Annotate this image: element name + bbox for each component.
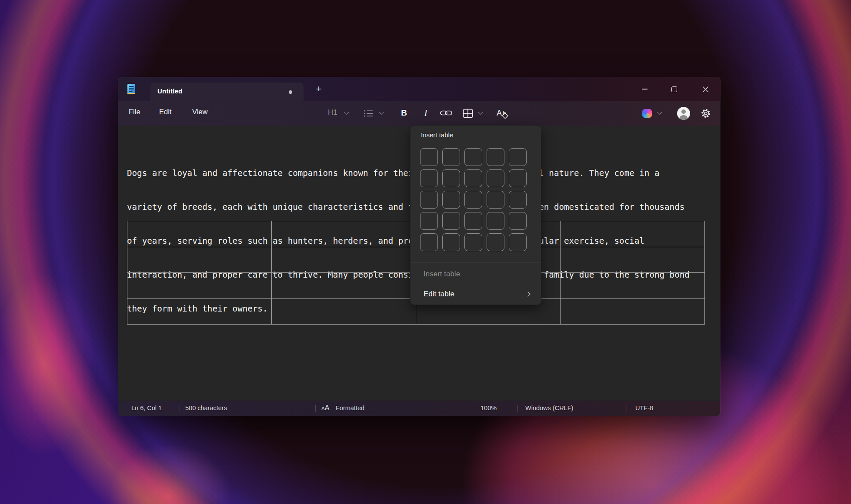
minimize-icon xyxy=(642,89,647,89)
table-size-cell[interactable] xyxy=(420,169,438,187)
italic-button[interactable]: I xyxy=(421,107,431,119)
table-size-cell[interactable] xyxy=(420,212,438,230)
clear-formatting-icon: A b xyxy=(496,107,510,119)
dropdown-header: Insert table xyxy=(421,131,453,139)
table-cell[interactable] xyxy=(561,273,705,299)
close-button[interactable] xyxy=(693,77,718,101)
status-bar: Ln 6, Col 1 500 characters AA Formatted … xyxy=(118,401,720,416)
menu-view[interactable]: View xyxy=(192,108,207,116)
svg-text:A: A xyxy=(497,109,502,117)
table-size-cell[interactable] xyxy=(442,148,460,166)
menu-item-edit-table[interactable]: Edit table xyxy=(410,286,541,303)
menu-item-insert-table: Insert table xyxy=(410,266,541,283)
table-size-cell[interactable] xyxy=(509,169,527,187)
chevron-down-icon[interactable] xyxy=(344,109,349,114)
menu-file[interactable]: File xyxy=(129,108,140,116)
formatted-aA-icon: AA xyxy=(321,404,329,412)
heading-style-button[interactable]: H1 xyxy=(328,108,337,117)
table-size-picker xyxy=(420,148,527,251)
table-size-cell[interactable] xyxy=(442,169,460,187)
status-divider xyxy=(473,405,473,412)
chevron-down-icon[interactable] xyxy=(379,109,384,114)
avatar-person-icon xyxy=(681,109,686,114)
table-size-cell[interactable] xyxy=(464,191,482,209)
table-size-cell[interactable] xyxy=(509,191,527,209)
copilot-icon[interactable] xyxy=(642,109,652,118)
table-size-cell[interactable] xyxy=(487,191,504,209)
table-size-cell[interactable] xyxy=(487,233,504,251)
table-cell[interactable] xyxy=(272,247,416,273)
table-size-cell[interactable] xyxy=(464,169,482,187)
settings-gear-icon[interactable] xyxy=(700,108,711,119)
clear-formatting-button[interactable]: A b xyxy=(496,107,510,119)
chevron-right-icon xyxy=(525,292,530,296)
notepad-app-icon xyxy=(127,83,136,95)
bold-button[interactable]: B xyxy=(398,107,410,119)
format-mode[interactable]: Formatted xyxy=(336,405,364,411)
tab-title: Untitled xyxy=(157,87,182,95)
table-size-cell[interactable] xyxy=(487,212,504,230)
chevron-down-icon[interactable] xyxy=(478,109,483,114)
status-divider xyxy=(180,405,180,412)
table-cell[interactable] xyxy=(272,273,416,299)
table-cell[interactable] xyxy=(127,247,272,273)
tab-untitled[interactable]: Untitled xyxy=(150,83,304,101)
table-cell[interactable] xyxy=(561,299,705,325)
cursor-position: Ln 6, Col 1 xyxy=(131,405,162,411)
dropdown-separator xyxy=(410,262,541,262)
status-divider xyxy=(517,405,518,412)
unsaved-indicator-dot xyxy=(289,90,292,94)
line-ending[interactable]: Windows (CRLF) xyxy=(525,405,573,411)
table-size-cell[interactable] xyxy=(464,233,482,251)
table-cell[interactable] xyxy=(272,221,416,247)
table-icon[interactable] xyxy=(463,109,473,118)
status-divider xyxy=(627,405,627,412)
table-size-cell[interactable] xyxy=(464,148,482,166)
table-size-cell[interactable] xyxy=(509,212,527,230)
table-cell[interactable] xyxy=(272,299,416,325)
text-line: Dogs are loyal and affectionate companio… xyxy=(127,168,690,179)
account-avatar[interactable] xyxy=(677,107,690,120)
maximize-button[interactable] xyxy=(662,77,686,101)
notepad-window: Untitled + File Edit View H1 xyxy=(118,77,720,416)
character-count: 500 characters xyxy=(185,405,227,411)
minimize-button[interactable] xyxy=(632,77,657,101)
table-cell[interactable] xyxy=(127,299,272,325)
table-size-cell[interactable] xyxy=(420,191,438,209)
table-size-cell[interactable] xyxy=(487,169,504,187)
title-bar: Untitled + xyxy=(118,77,720,101)
toolbar: File Edit View H1 B I A b xyxy=(118,101,720,126)
table-cell[interactable] xyxy=(561,221,705,247)
link-icon[interactable] xyxy=(440,109,452,116)
insert-table-dropdown: Insert table Insert table Edit table xyxy=(410,125,541,305)
zoom-level[interactable]: 100% xyxy=(481,405,497,411)
table-size-cell[interactable] xyxy=(509,233,527,251)
table-size-cell[interactable] xyxy=(442,191,460,209)
new-tab-button[interactable]: + xyxy=(311,83,326,96)
table-size-cell[interactable] xyxy=(509,148,527,166)
encoding[interactable]: UTF-8 xyxy=(635,405,653,411)
list-icon[interactable] xyxy=(364,109,374,117)
table-size-cell[interactable] xyxy=(420,233,438,251)
table-size-cell[interactable] xyxy=(420,148,438,166)
chevron-down-icon[interactable] xyxy=(657,109,662,114)
close-icon xyxy=(702,86,709,93)
maximize-icon xyxy=(671,86,677,92)
table-size-cell[interactable] xyxy=(464,212,482,230)
table-cell[interactable] xyxy=(127,221,272,247)
status-divider xyxy=(315,405,316,412)
menu-edit[interactable]: Edit xyxy=(159,108,171,116)
table-cell[interactable] xyxy=(127,273,272,299)
text-line: variety of breeds, each with unique char… xyxy=(127,202,690,213)
table-size-cell[interactable] xyxy=(442,212,460,230)
table-cell[interactable] xyxy=(561,247,705,273)
table-size-cell[interactable] xyxy=(487,148,504,166)
table-size-cell[interactable] xyxy=(442,233,460,251)
